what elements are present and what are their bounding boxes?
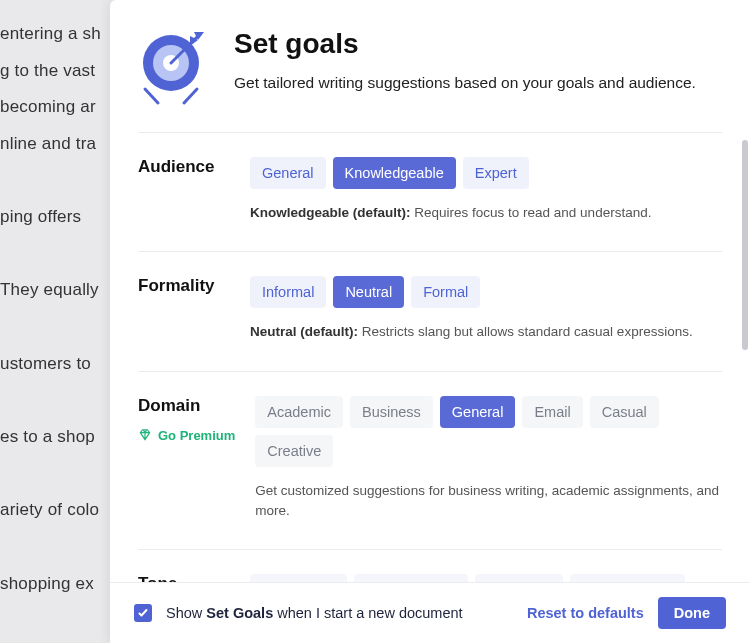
modal-title: Set goals: [234, 28, 696, 60]
domain-option-email[interactable]: Email: [522, 396, 582, 428]
domain-option-casual[interactable]: Casual: [590, 396, 659, 428]
audience-option-expert[interactable]: Expert: [463, 157, 529, 189]
audience-option-general[interactable]: General: [250, 157, 326, 189]
section-formality: Formality InformalNeutralFormal Neutral …: [138, 251, 722, 370]
section-label-domain: Domain: [138, 396, 230, 416]
audience-options: GeneralKnowledgeableExpert: [250, 157, 722, 189]
tone-options: 😐 Neutral🤝 Confident😀 Joyful✌️ Optimisti…: [250, 574, 722, 582]
show-on-new-doc-checkbox[interactable]: [134, 604, 152, 622]
domain-option-creative[interactable]: Creative: [255, 435, 333, 467]
formality-description: Neutral (default): Restricts slang but a…: [250, 322, 722, 342]
domain-option-general[interactable]: General: [440, 396, 516, 428]
section-tone: Tone 😐 Neutral🤝 Confident😀 Joyful✌️ Opti…: [138, 549, 722, 582]
formality-option-informal[interactable]: Informal: [250, 276, 326, 308]
modal-scroll-area: Set goals Get tailored writing suggestio…: [110, 0, 750, 582]
audience-option-knowledgeable[interactable]: Knowledgeable: [333, 157, 456, 189]
section-domain: Domain Go Premium AcademicBusinessGenera…: [138, 371, 722, 550]
set-goals-modal: Set goals Get tailored writing suggestio…: [110, 0, 750, 643]
formality-option-formal[interactable]: Formal: [411, 276, 480, 308]
tone-option-joyful[interactable]: 😀 Joyful: [475, 574, 563, 582]
domain-option-business[interactable]: Business: [350, 396, 433, 428]
formality-options: InformalNeutralFormal: [250, 276, 722, 308]
formality-option-neutral[interactable]: Neutral: [333, 276, 404, 308]
modal-footer: Show Set Goals when I start a new docume…: [110, 582, 750, 643]
check-icon: [137, 607, 149, 619]
scrollbar-thumb[interactable]: [742, 140, 748, 350]
modal-header: Set goals Get tailored writing suggestio…: [138, 0, 722, 132]
svg-line-4: [184, 89, 197, 103]
section-audience: Audience GeneralKnowledgeableExpert Know…: [138, 132, 722, 251]
section-label-tone: Tone: [138, 574, 230, 582]
go-premium-link[interactable]: Go Premium: [138, 428, 235, 443]
diamond-icon: [138, 428, 152, 442]
show-on-new-doc-label: Show Set Goals when I start a new docume…: [166, 605, 463, 621]
modal-subtitle: Get tailored writing suggestions based o…: [234, 74, 696, 92]
section-label-formality: Formality: [138, 276, 230, 296]
reset-to-defaults-button[interactable]: Reset to defaults: [527, 605, 644, 621]
tone-option-optimistic[interactable]: ✌️ Optimistic: [570, 574, 685, 582]
tone-option-confident[interactable]: 🤝 Confident: [354, 574, 467, 582]
audience-description: Knowledgeable (default): Requires focus …: [250, 203, 722, 223]
target-icon: [138, 28, 208, 108]
tone-option-neutral[interactable]: 😐 Neutral: [250, 574, 347, 582]
domain-options: AcademicBusinessGeneralEmailCasualCreati…: [255, 396, 722, 467]
section-label-audience: Audience: [138, 157, 230, 177]
domain-description: Get customized suggestions for business …: [255, 481, 722, 522]
domain-option-academic[interactable]: Academic: [255, 396, 343, 428]
svg-line-3: [145, 89, 158, 103]
done-button[interactable]: Done: [658, 597, 726, 629]
